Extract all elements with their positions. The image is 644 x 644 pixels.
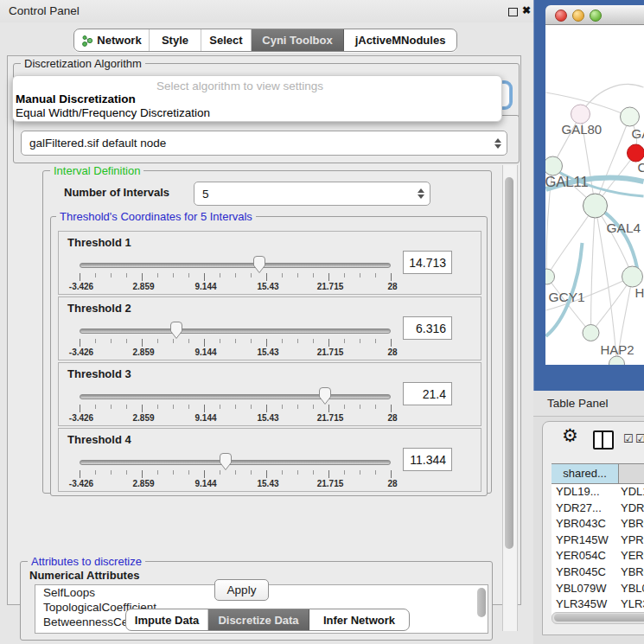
table-row[interactable]: YDL19...YDL1 <box>552 484 644 501</box>
list-scrollbar-thumb[interactable] <box>477 588 486 617</box>
checkbox-icon[interactable]: ☑ <box>623 432 634 445</box>
node-label-gcy1: GCY1 <box>549 290 585 304</box>
threshold-value-field[interactable] <box>403 316 452 340</box>
num-intervals-combobox[interactable]: 5 <box>194 182 430 206</box>
table-panel-inner: ⚙ ☑ ☑ shared... na YDL19...YDL1 YDR27...… <box>542 421 644 635</box>
node-hap2[interactable] <box>583 325 599 341</box>
tab-infer-network[interactable]: Infer Network <box>309 609 409 630</box>
split-columns-icon[interactable] <box>593 430 614 450</box>
table-row[interactable]: YBL079WYBL0 <box>552 581 644 597</box>
network-icon <box>81 35 93 47</box>
table-panel-body: ⚙ ☑ ☑ shared... na YDL19...YDL1 YDR27...… <box>533 417 644 644</box>
settings-scroll-area: Interval Definition Number of Intervals … <box>13 165 517 631</box>
node-gcy1[interactable] <box>545 269 555 284</box>
gear-icon[interactable]: ⚙ <box>562 425 578 446</box>
dropdown-option-equal-width[interactable]: Equal Width/Frequency Discretization <box>16 106 210 119</box>
close-icon[interactable]: ✖ <box>522 4 531 16</box>
column-header-name[interactable]: na <box>619 464 644 483</box>
close-traffic-light-icon[interactable] <box>555 10 567 22</box>
node-table: shared... na YDL19...YDL1 YDR27...YDR2 Y… <box>552 463 644 621</box>
tab-style[interactable]: Style <box>150 29 201 51</box>
node-h[interactable] <box>622 266 643 287</box>
node-bottom[interactable] <box>609 356 625 365</box>
slider-thumb[interactable] <box>252 255 266 274</box>
algorithm-group-title: Discretization Algorithm <box>21 57 145 70</box>
table-row[interactable]: YER054CYER0 <box>552 548 644 564</box>
apply-button[interactable]: Apply <box>214 579 269 601</box>
dropdown-placeholder: Select algorithm to view settings <box>13 80 467 92</box>
table-data-combobox[interactable]: galFiltered.sif default node <box>21 131 507 156</box>
slider-major-ticks <box>80 405 392 412</box>
dropdown-option-manual[interactable]: Manual Discretization <box>16 92 136 105</box>
minimize-traffic-light-icon[interactable] <box>572 10 584 22</box>
node-label-gal80: GAL80 <box>562 122 603 137</box>
cyni-toolbox-panel: Discretization Algorithm Select algorith… <box>7 55 521 605</box>
node-label-ga: GA <box>632 126 644 141</box>
threshold-panel: Threshold 3 -3.426 2.859 9.144 15.43 21.… <box>58 362 481 426</box>
bottom-tabbar: Impute Data Discretize Data Infer Networ… <box>125 609 410 631</box>
slider-thumb[interactable] <box>169 321 183 340</box>
threshold-panel: Threshold 1 -3.426 2.859 9.144 15.43 21.… <box>58 231 481 295</box>
node-gal11[interactable] <box>545 156 563 175</box>
threshold-value-field[interactable] <box>403 251 452 274</box>
slider-track[interactable] <box>80 328 391 334</box>
checkbox-icon[interactable]: ☑ <box>635 432 644 445</box>
table-panel-title: Table Panel <box>547 397 609 410</box>
tab-discretize-data[interactable]: Discretize Data <box>208 609 309 630</box>
threshold-value-field[interactable] <box>403 382 452 405</box>
table-data-group: Table Data galFiltered.sif default node <box>13 115 520 163</box>
thresholds-group-title: Threshold's Coordinates for 5 Intervals <box>56 210 256 223</box>
slider-thumb[interactable] <box>318 386 332 405</box>
network-canvas[interactable]: GAL80 GA C GAL11 GAL4 GCY1 H HAP2 <box>545 25 644 365</box>
tab-impute-data[interactable]: Impute Data <box>126 609 208 630</box>
threshold-value-field[interactable] <box>403 448 452 471</box>
node-label-gal4: GAL4 <box>607 220 641 235</box>
threshold-panel: Threshold 2 -3.426 2.859 9.144 15.43 21.… <box>58 296 481 360</box>
zoom-traffic-light-icon[interactable] <box>590 10 602 22</box>
table-row[interactable]: YBR043CYBR0 <box>552 516 644 532</box>
threshold-panel: Threshold 4 -3.426 2.859 9.144 15.43 21.… <box>58 428 481 492</box>
node-label-hap2: HAP2 <box>601 342 634 357</box>
tab-select[interactable]: Select <box>201 29 252 51</box>
slider-track[interactable] <box>80 394 391 399</box>
table-header-row: shared... na <box>552 463 644 484</box>
slider-major-ticks <box>80 339 392 347</box>
table-row[interactable]: YLR345WYLR3 <box>552 596 644 613</box>
interval-definition-group: Interval Definition Number of Intervals … <box>42 170 492 494</box>
slider-track[interactable] <box>80 263 391 268</box>
interval-definition-title: Interval Definition <box>50 164 143 177</box>
control-panel-titlebar: Control Panel ✖ <box>0 0 533 22</box>
table-row[interactable]: YDR27...YDR2 <box>552 501 644 517</box>
slider-major-ticks <box>80 273 392 281</box>
combo-stepper-icon[interactable] <box>412 188 430 199</box>
application-window: Control Panel ✖ Network Style Select Cyn… <box>0 0 644 644</box>
table-row[interactable]: YPR145WYPR1 <box>552 532 644 549</box>
num-intervals-label: Number of Intervals <box>64 186 169 199</box>
network-window-titlebar[interactable] <box>545 5 644 25</box>
control-panel-tabbar: Network Style Select Cyni Toolbox jActiv… <box>73 29 457 52</box>
table-panel-header: Table Panel <box>533 391 644 417</box>
tab-network[interactable]: Network <box>74 29 150 51</box>
column-header-shared[interactable]: shared... <box>552 464 619 483</box>
table-horizontal-scrollbar[interactable] <box>552 612 644 624</box>
node-gal4[interactable] <box>583 194 608 218</box>
algorithm-dropdown-popup: Select algorithm to view settings Manual… <box>12 75 502 122</box>
tab-jactivemnodules[interactable]: jActiveMNodules <box>344 29 456 51</box>
thresholds-group: Threshold's Coordinates for 5 Intervals … <box>50 216 488 496</box>
slider-thumb[interactable] <box>219 452 233 471</box>
tab-cyni-toolbox[interactable]: Cyni Toolbox <box>252 29 344 51</box>
node-label-c: C <box>638 160 644 175</box>
node-gal80[interactable] <box>571 105 590 124</box>
float-window-icon[interactable] <box>508 8 518 16</box>
slider-major-ticks <box>80 470 392 478</box>
node-top-right[interactable] <box>621 107 640 126</box>
table-horizontal-scrollbar-thumb[interactable] <box>554 614 644 622</box>
node-red-selected[interactable] <box>628 144 644 162</box>
slider-track[interactable] <box>80 460 391 465</box>
settings-scrollbar-thumb[interactable] <box>505 177 513 549</box>
numerical-attributes-label: Numerical Attributes <box>29 569 139 582</box>
attributes-group-title: Attributes to discretize <box>28 555 145 568</box>
settings-scrollbar[interactable] <box>502 165 518 631</box>
table-row[interactable]: YBR045CYBR0 <box>552 564 644 581</box>
combo-stepper-icon[interactable] <box>489 138 507 149</box>
